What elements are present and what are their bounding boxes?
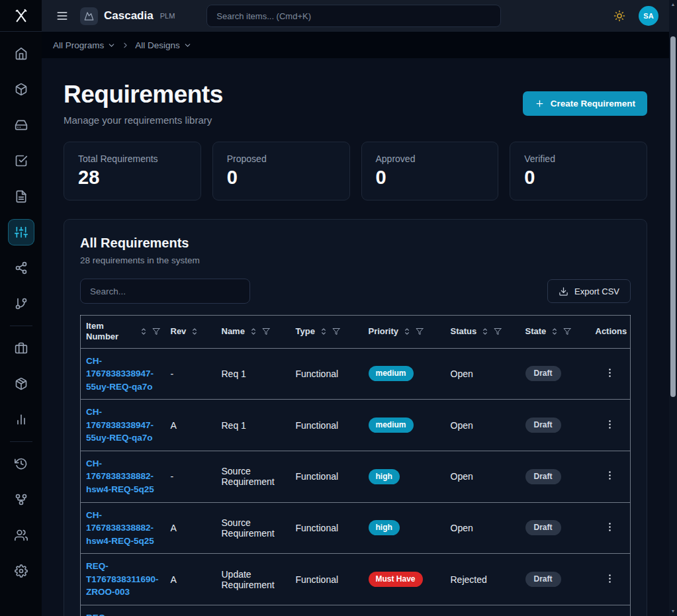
topbar: Cascadia PLM SA <box>42 0 669 32</box>
requirement-row: CH-1767838338947-55uy-REQ-qa7oAReq 1Func… <box>81 400 631 451</box>
item-number-link[interactable]: CH-1767838338882-hsw4-REQ-5q25 <box>86 459 154 494</box>
sidebar-item-users[interactable] <box>8 522 34 549</box>
page-subtitle: Manage your requirements library <box>64 114 223 126</box>
download-icon <box>559 286 568 296</box>
filter-icon[interactable] <box>262 328 270 335</box>
page-title: Requirements <box>64 81 223 109</box>
name-cell <box>216 605 291 616</box>
global-search-input[interactable] <box>206 5 501 27</box>
column-header-actions: Actions <box>590 316 631 349</box>
item-number-link[interactable]: REQ- <box>86 613 109 616</box>
scroll-down-arrow[interactable]: ▼ <box>669 607 677 616</box>
name-cell: Source Requirement <box>216 502 291 554</box>
state-cell: Draft <box>520 451 590 502</box>
type-cell: Functional <box>291 451 363 502</box>
filter-icon[interactable] <box>416 328 424 335</box>
export-csv-button[interactable]: Export CSV <box>547 279 631 303</box>
row-actions-button[interactable] <box>601 519 619 537</box>
sidebar-item-file-text[interactable] <box>8 183 34 210</box>
sidebar-nav <box>8 36 34 589</box>
stat-label: Proposed <box>227 154 336 164</box>
item-number-link[interactable]: CH-1767838338947-55uy-REQ-qa7o <box>86 356 154 392</box>
row-actions-button[interactable] <box>601 365 619 383</box>
row-actions-button[interactable] <box>601 570 619 589</box>
actions-cell <box>590 502 631 554</box>
row-actions-button[interactable] <box>601 467 619 486</box>
sidebar-item-history[interactable] <box>8 451 34 477</box>
app-logo[interactable] <box>0 0 42 32</box>
requirement-row: CH-1767838338882-hsw4-REQ-5q25ASource Re… <box>81 502 631 554</box>
sidebar-item-briefcase[interactable] <box>8 335 34 361</box>
stat-value: 0 <box>227 167 336 189</box>
type-cell: Functional <box>291 502 363 554</box>
sidebar-item-box[interactable] <box>8 76 34 103</box>
column-header-status: Status <box>445 316 520 349</box>
sort-icon[interactable] <box>550 327 559 336</box>
requirements-table: Item NumberRevNameTypePriorityStatusStat… <box>80 315 631 616</box>
filter-icon[interactable] <box>494 328 502 335</box>
file-text-icon <box>15 190 28 203</box>
state-cell <box>520 605 590 616</box>
column-label: State <box>525 326 547 337</box>
filter-icon[interactable] <box>332 328 340 335</box>
create-requirement-button[interactable]: Create Requirement <box>523 91 647 116</box>
sidebar-item-sliders[interactable] <box>8 219 34 245</box>
rev-cell <box>165 605 216 616</box>
breadcrumb-all-designs[interactable]: All Designs <box>135 40 192 50</box>
sidebar-item-check-square[interactable] <box>8 148 34 174</box>
stat-value: 28 <box>78 167 187 189</box>
sort-icon[interactable] <box>402 327 412 336</box>
sidebar-item-share-2[interactable] <box>8 255 34 281</box>
brand[interactable]: Cascadia PLM <box>80 7 175 25</box>
table-search-input[interactable] <box>80 279 250 304</box>
column-header-rev: Rev <box>165 316 216 349</box>
row-actions-button[interactable] <box>601 416 619 435</box>
sidebar-item-package[interactable] <box>8 371 34 397</box>
sidebar-divider <box>10 441 32 442</box>
type-cell: Functional <box>291 348 363 400</box>
actions-cell <box>590 605 631 616</box>
state-cell: Draft <box>520 502 590 554</box>
sidebar-item-hard-drive[interactable] <box>8 112 34 138</box>
sidebar-item-git-branch[interactable] <box>8 290 34 317</box>
table-header-row: Item NumberRevNameTypePriorityStatusStat… <box>81 316 631 349</box>
sort-icon[interactable] <box>319 327 328 336</box>
state-badge: Draft <box>525 520 561 535</box>
topbar-right: SA <box>609 6 658 26</box>
rev-cell: A <box>165 554 216 605</box>
filter-icon[interactable] <box>152 328 160 335</box>
sidebar-item-home[interactable] <box>8 40 34 67</box>
actions-cell <box>590 348 631 400</box>
sort-icon[interactable] <box>139 327 148 336</box>
rev-cell: A <box>165 400 216 451</box>
scroll-up-arrow[interactable]: ▲ <box>669 0 677 9</box>
vertical-scrollbar[interactable]: ▲ ▼ <box>669 0 677 616</box>
sort-icon[interactable] <box>249 327 258 336</box>
sidebar-item-git-fork[interactable] <box>8 486 34 513</box>
actions-cell <box>590 554 631 605</box>
sort-icon[interactable] <box>190 327 199 336</box>
item-number-link[interactable]: CH-1767838338947-55uy-REQ-qa7o <box>86 407 154 443</box>
rev-cell: - <box>165 348 216 400</box>
name-cell: Update Requirement <box>216 554 291 605</box>
state-badge: Draft <box>525 418 561 433</box>
user-avatar[interactable]: SA <box>639 6 658 26</box>
stat-card: Verified0 <box>510 142 647 200</box>
status-cell: Open <box>445 348 520 400</box>
theme-toggle-button[interactable] <box>609 6 629 26</box>
menu-button[interactable] <box>52 6 72 26</box>
filter-icon[interactable] <box>563 328 571 335</box>
column-label: Rev <box>171 326 187 337</box>
sidebar-item-bar-chart[interactable] <box>8 406 34 433</box>
scrollbar-thumb[interactable] <box>670 36 676 397</box>
priority-cell: medium <box>363 400 445 451</box>
card-subtitle: 28 requirements in the system <box>80 255 631 265</box>
chevron-right-icon <box>121 41 130 50</box>
item-number-link[interactable]: REQ-T1767838311690-ZROO-003 <box>86 561 159 597</box>
item-number-link[interactable]: CH-1767838338882-hsw4-REQ-5q25 <box>86 510 154 546</box>
column-label: Priority <box>369 326 399 337</box>
sort-icon[interactable] <box>480 327 490 336</box>
sidebar-item-settings[interactable] <box>8 558 34 584</box>
breadcrumb-all-programs[interactable]: All Programs <box>53 40 116 50</box>
breadcrumb-design-label: All Designs <box>135 40 180 50</box>
